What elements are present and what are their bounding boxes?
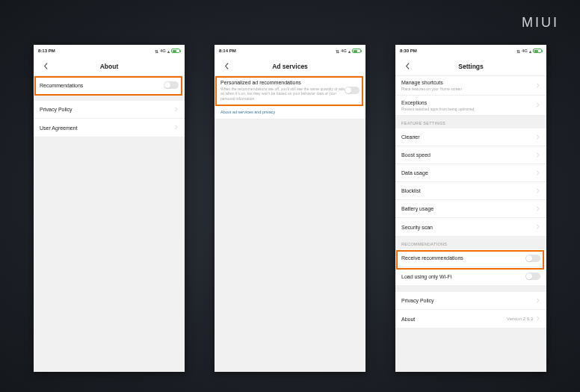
title-bar: Ad services [215, 57, 365, 76]
row-cleaner[interactable]: Cleaner [395, 128, 546, 146]
row-label: Privacy Policy [401, 298, 535, 303]
status-bar: 8:13 PM ⇅ 4G ▴ [34, 45, 185, 57]
signal-icon: ⇅ [336, 49, 339, 54]
cell-icon: ▴ [348, 49, 351, 54]
cell-icon: ▴ [167, 49, 170, 54]
row-label: Exceptions [401, 100, 535, 105]
toggle-load-wifi-only[interactable] [525, 273, 540, 280]
row-personalized-ads[interactable]: Personalized ad recommendations When the… [215, 76, 365, 105]
row-sublabel: Prevent selected apps from being optimiz… [401, 107, 535, 111]
status-time: 8:14 PM [219, 49, 336, 53]
page-title: Settings [458, 63, 484, 70]
battery-icon [352, 49, 361, 53]
cell-icon: ▴ [529, 49, 531, 54]
about-version: Version 2.6.3 [507, 317, 533, 321]
phone-settings: 8:30 PM ⇅ 4G ▴ Settings Manage shortcuts… [395, 45, 546, 372]
chevron-right-icon [173, 107, 179, 113]
row-sublabel: Place features on your Home screen [401, 87, 535, 91]
back-button[interactable] [38, 57, 53, 75]
chevron-right-icon [535, 224, 540, 230]
row-label: Privacy Policy [40, 107, 173, 112]
content-area: Recommendations Privacy Policy User Agre… [34, 76, 185, 372]
toggle-recommendations[interactable] [164, 81, 179, 89]
row-label: Battery usage [401, 206, 535, 211]
toggle-personalized-ads[interactable] [345, 87, 360, 94]
back-button[interactable] [400, 57, 415, 75]
phone-about: 8:13 PM ⇅ 4G ▴ About Recommendations [34, 45, 185, 372]
content-area: Manage shortcuts Place features on your … [395, 76, 546, 372]
row-about[interactable]: About Version 2.6.3 [395, 310, 546, 328]
phone-stage: 8:13 PM ⇅ 4G ▴ About Recommendations [0, 45, 580, 372]
chevron-right-icon [535, 83, 540, 89]
page-title: About [100, 63, 119, 70]
section-feature-settings: FEATURE SETTINGS [395, 116, 546, 128]
chevron-left-icon [404, 63, 411, 69]
row-blocklist[interactable]: Blocklist [395, 182, 546, 200]
chevron-right-icon [535, 102, 540, 108]
title-bar: Settings [395, 57, 546, 76]
row-recommendations[interactable]: Recommendations [34, 76, 185, 94]
row-receive-recommendations[interactable]: Receive recommendations [395, 249, 546, 267]
status-bar: 8:14 PM ⇅ 4G ▴ [215, 45, 365, 57]
status-time: 8:13 PM [38, 49, 155, 53]
row-label: Data usage [401, 170, 535, 175]
battery-icon [171, 49, 180, 53]
back-button[interactable] [219, 57, 234, 75]
content-area: Personalized ad recommendations When the… [215, 76, 365, 372]
row-privacy-policy[interactable]: Privacy Policy [34, 101, 185, 119]
row-label: Personalized ad recommendations [220, 80, 345, 85]
signal-icon: ⇅ [155, 49, 158, 54]
row-data-usage[interactable]: Data usage [395, 164, 546, 182]
link-about-ad-services[interactable]: About ad services and privacy [215, 105, 365, 119]
signal-label: 4G [522, 49, 528, 53]
row-sublabel: When the recommendations are off, you'll… [220, 87, 345, 101]
chevron-right-icon [173, 125, 179, 131]
phone-ad-services: 8:14 PM ⇅ 4G ▴ Ad services Personalized … [215, 45, 365, 372]
row-manage-shortcuts[interactable]: Manage shortcuts Place features on your … [395, 76, 546, 96]
row-user-agreement[interactable]: User Agreement [34, 119, 185, 137]
row-boost-speed[interactable]: Boost speed [395, 146, 546, 164]
row-exceptions[interactable]: Exceptions Prevent selected apps from be… [395, 96, 546, 115]
row-load-wifi-only[interactable]: Load using only Wi-Fi [395, 267, 546, 285]
row-label: Boost speed [401, 152, 535, 158]
section-recommendations: RECOMMENDATIONS [395, 237, 546, 249]
row-battery-usage[interactable]: Battery usage [395, 200, 546, 218]
row-label: Blocklist [401, 188, 535, 193]
signal-icon: ⇅ [516, 49, 520, 54]
row-label: Receive recommendations [401, 255, 525, 261]
chevron-right-icon [535, 170, 540, 176]
chevron-right-icon [535, 206, 540, 212]
row-label: Security scan [401, 225, 535, 230]
chevron-left-icon [43, 63, 49, 69]
row-label: Manage shortcuts [401, 80, 535, 85]
battery-icon [533, 49, 542, 53]
row-security-scan[interactable]: Security scan [395, 218, 546, 236]
chevron-right-icon [535, 316, 540, 322]
row-privacy-policy[interactable]: Privacy Policy [395, 292, 546, 310]
page-title: Ad services [272, 63, 308, 70]
chevron-right-icon [535, 188, 540, 194]
row-label: User Agreement [40, 125, 173, 131]
status-bar: 8:30 PM ⇅ 4G ▴ [395, 45, 546, 57]
chevron-left-icon [223, 63, 230, 69]
brand-label: MIUI [522, 15, 559, 31]
row-label: Recommendations [40, 83, 164, 88]
row-label: Cleaner [401, 134, 535, 140]
row-label: Load using only Wi-Fi [401, 274, 525, 279]
title-bar: About [34, 57, 185, 76]
signal-label: 4G [341, 49, 347, 53]
status-time: 8:30 PM [400, 49, 516, 53]
chevron-right-icon [535, 298, 540, 304]
chevron-right-icon [535, 152, 540, 158]
signal-label: 4G [160, 49, 166, 53]
toggle-receive-recommendations[interactable] [525, 255, 540, 262]
row-label: About [401, 317, 507, 322]
chevron-right-icon [535, 134, 540, 140]
